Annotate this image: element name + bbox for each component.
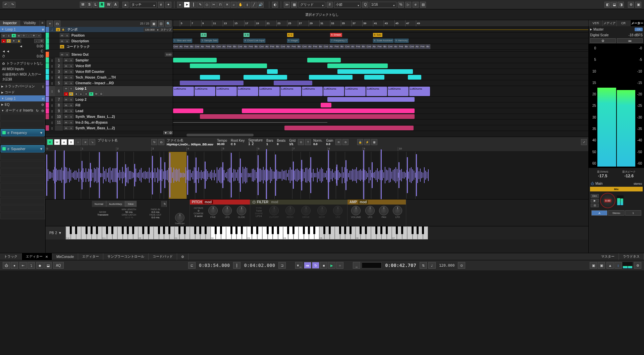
insert-empty-9[interactable] (0, 190, 45, 197)
timeline-ruler[interactable]: 5791113151719212325272931333537394143454… (173, 20, 588, 27)
tab-slice[interactable]: Slice (125, 201, 137, 207)
agent-icon[interactable]: ⊟ (158, 20, 164, 27)
tab-editor2[interactable]: エディター (78, 253, 103, 260)
power-icon[interactable] (2, 131, 6, 134)
insert-empty-12[interactable] (0, 213, 45, 219)
redo-button[interactable]: ↷ (9, 2, 15, 8)
insert-empty-8[interactable] (0, 183, 45, 190)
insert-frequency[interactable]: eFrequency▼ (1, 129, 45, 136)
tool-range-icon[interactable]: ┃ (191, 2, 197, 8)
search-icon[interactable]: 🔍 (165, 20, 171, 27)
sample-gain[interactable]: 0.0 (326, 142, 333, 146)
tool-arrow-combine-icon[interactable]: ▸ (177, 2, 183, 8)
zone-bottom-icon[interactable]: ⬓ (611, 2, 617, 8)
automation-button[interactable]: A (113, 2, 118, 8)
insp-recmode-icon[interactable]: ▫ (34, 39, 39, 43)
meter-settings-button[interactable]: ⚙ (590, 38, 616, 43)
stereo-vol[interactable]: 0.00 (165, 52, 173, 57)
track-row[interactable]: ⫿msSynth_Wave_Bass_L...2) (46, 125, 173, 131)
output-stereo-button[interactable]: Stereo (608, 210, 624, 216)
insert-empty-6[interactable] (0, 168, 45, 175)
inspector-track-header[interactable]: ▼ Loop 1 ▸ e (0, 26, 45, 32)
locator-set-icon[interactable]: ┇ (233, 262, 240, 269)
reverse-icon[interactable]: Я (335, 139, 341, 145)
time-swap-icon[interactable]: ⇅ (420, 262, 427, 269)
editor-a-button[interactable]: A (61, 139, 67, 145)
tab-editor[interactable]: エディター✕ (22, 253, 52, 260)
tempo-active-button[interactable]: ● (56, 28, 60, 32)
meter-rewind-button[interactable]: ⏮ (617, 38, 643, 43)
tab-eq-icon[interactable]: = (40, 20, 45, 26)
close-icon[interactable]: ✕ (45, 255, 48, 259)
aq-button[interactable]: AQ (53, 262, 64, 269)
time-overview[interactable] (362, 262, 382, 268)
insp-insert-button[interactable]: ⊕ (32, 34, 36, 38)
grid-type-icon[interactable]: # (327, 2, 333, 8)
tab-gear-icon[interactable]: ⚙ (177, 253, 189, 260)
loop-button[interactable]: ↻ (312, 262, 319, 269)
output-a-button[interactable]: A (591, 210, 607, 216)
folder-icon[interactable]: 🗀 (158, 139, 164, 145)
tempo-icon[interactable]: ♩ (428, 262, 436, 269)
tab-track[interactable]: トラック (0, 253, 22, 260)
master-level-knob[interactable]: 0.00 (600, 193, 615, 208)
tab-visibility[interactable]: Visibility (20, 20, 40, 26)
insert-empty-11[interactable] (0, 205, 45, 212)
punch-mode-icon[interactable]: ⤵ (28, 262, 35, 269)
insp-record-button[interactable]: ● (1, 39, 6, 43)
click-button[interactable]: ▲ (606, 262, 614, 269)
arrange-scrollbar[interactable] (186, 134, 254, 136)
undo-button[interactable]: ↶ (3, 2, 9, 8)
expand-icon[interactable]: ⤢ (581, 139, 587, 145)
click-out-icon[interactable]: ▣ (598, 262, 605, 269)
gear-icon[interactable]: ⚙ (168, 131, 173, 134)
insert-empty-2[interactable] (0, 121, 45, 128)
transport-rec-icon[interactable]: ● (11, 262, 18, 269)
volume-knob[interactable] (351, 206, 361, 215)
quantize-icon[interactable]: Q (362, 2, 368, 8)
tool-line-icon[interactable]: ╱ (251, 2, 257, 8)
tool-play-icon[interactable]: 🔊 (258, 2, 264, 8)
automation-mode-icon[interactable]: ▲ (122, 2, 128, 8)
tool-erase-icon[interactable]: ◇ (204, 2, 210, 8)
click-active-icon[interactable]: ⫿ (614, 262, 622, 269)
click-in-icon[interactable]: ▣ (590, 262, 597, 269)
sample-keyboard[interactable]: PB2▼ C-2C-1C0C1C2C3C4C5C6C7 (46, 226, 588, 239)
track-row[interactable]: ⫿9msLead (46, 108, 173, 114)
bypass-icon[interactable]: ⊖ (41, 109, 44, 113)
insp-freeze-button[interactable]: ❄ (11, 39, 16, 43)
track-row[interactable]: ⫿3msVoice Riff Counter (46, 69, 173, 75)
edit-icon[interactable]: e (7, 131, 10, 134)
mix-button[interactable]: Mix (590, 187, 643, 191)
amp-lfo2-knob[interactable] (393, 206, 402, 215)
insert-empty-3[interactable] (0, 137, 45, 144)
loop1-header[interactable]: ▼Loop 1e (0, 95, 45, 101)
tool-draw-icon[interactable]: ✎ (197, 2, 203, 8)
waveform-display[interactable]: 012345678910 (46, 147, 588, 199)
marker-solo-button[interactable]: s (65, 39, 69, 43)
play-button[interactable]: ▶ (328, 262, 335, 269)
midi-icon[interactable]: ▦ (371, 139, 377, 145)
quantize-select[interactable]: 1/16 (370, 2, 396, 8)
insert-empty-5[interactable] (0, 161, 45, 168)
insert-squasher[interactable]: eSquasher▼ (1, 145, 45, 152)
edit-icon[interactable]: e (42, 28, 44, 31)
tool-zoom-icon[interactable]: ⌕ (231, 2, 237, 8)
locator-right-time[interactable]: 0:04:02.000 (242, 263, 277, 268)
tool-mute-icon[interactable]: ✕ (224, 2, 230, 8)
q-play-icon[interactable]: ▷ (405, 2, 411, 8)
prev-marker-button[interactable]: ⏮ (304, 262, 311, 269)
q-edit-icon[interactable]: e (413, 2, 419, 8)
insp-mute-button[interactable]: M (1, 34, 6, 38)
sample-beats[interactable]: 0 (277, 142, 286, 146)
track-row[interactable]: ⫿11msIns-2-Sq...er-Bypass (46, 120, 173, 125)
track-row[interactable]: ⫿2msVoice Riff (46, 63, 173, 69)
editor-read-button[interactable]: R (47, 139, 53, 145)
inspector-volume[interactable]: 0.00 (37, 44, 43, 48)
insert-empty-10[interactable] (0, 198, 45, 205)
insert-empty-1[interactable] (0, 114, 45, 121)
insp-listen-button[interactable]: ⊙ (21, 34, 26, 38)
iterative-q-icon[interactable]: % (398, 2, 404, 8)
insp-btn1[interactable]: ▫ (26, 34, 31, 38)
editor-shuffle-icon[interactable]: ⤨ (82, 139, 88, 145)
